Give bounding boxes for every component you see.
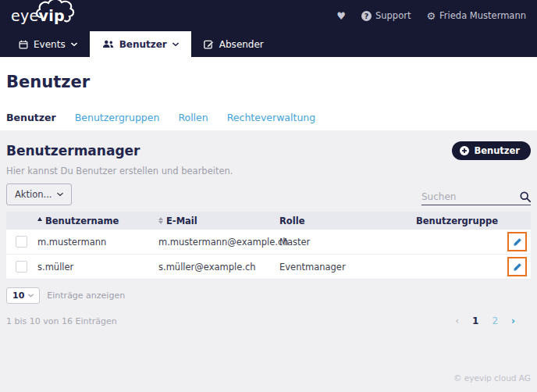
page-size-select[interactable]: 10 bbox=[6, 287, 40, 304]
top-bar-right: ♥ ? Support ⚙ Frieda Mustermann bbox=[336, 10, 526, 22]
search-box bbox=[421, 191, 531, 205]
sort-ascending-icon bbox=[37, 217, 42, 221]
nav-item-absender[interactable]: Absender bbox=[191, 31, 276, 57]
cell-role: Eventmanager bbox=[279, 262, 416, 273]
action-dropdown-label: Aktion... bbox=[15, 189, 52, 200]
action-dropdown-button[interactable]: Aktion... bbox=[6, 184, 72, 205]
chevron-down-icon bbox=[28, 294, 34, 298]
entries-info: 1 bis 10 von 16 Einträgen bbox=[6, 316, 117, 326]
table-controls: Aktion... bbox=[6, 184, 531, 205]
table-header-row: Benutzername E-Mail Rolle Benutzergruppe bbox=[6, 212, 531, 230]
page-header: Benutzer Benutzer Benutzergruppen Rollen… bbox=[0, 57, 537, 130]
page-size-row: 10 Einträge anzeigen bbox=[6, 287, 531, 304]
page-title: Benutzer bbox=[6, 73, 531, 91]
panel-subtitle: Hier kannst Du Benutzer erstellen und be… bbox=[6, 166, 531, 176]
pagination-page-1[interactable]: 1 bbox=[472, 315, 478, 326]
nav-item-label: Benutzer bbox=[119, 39, 167, 50]
pencil-icon bbox=[513, 237, 522, 247]
column-label: Rolle bbox=[279, 216, 304, 226]
pencil-icon bbox=[513, 262, 522, 272]
page-size-label: Einträge anzeigen bbox=[47, 290, 125, 301]
table-row: s.müller s.müller@example.ch Eventmanage… bbox=[6, 255, 531, 280]
favorites-button[interactable]: ♥ bbox=[336, 10, 346, 22]
pagination-prev[interactable]: ‹ bbox=[455, 315, 459, 326]
calendar-icon bbox=[19, 40, 28, 49]
chevron-down-icon bbox=[172, 42, 179, 47]
nav-item-benutzer[interactable]: Benutzer bbox=[90, 31, 191, 57]
tab-rollen[interactable]: Rollen bbox=[178, 112, 208, 123]
nav-item-events[interactable]: Events bbox=[6, 31, 90, 57]
sort-icon bbox=[158, 217, 163, 225]
plus-circle-icon bbox=[460, 146, 469, 155]
gear-icon: ⚙ bbox=[426, 10, 436, 22]
cell-role: Master bbox=[279, 237, 416, 248]
column-label: E-Mail bbox=[166, 216, 197, 226]
panel-head: Benutzermanager Benutzer bbox=[6, 141, 531, 160]
tab-benutzer[interactable]: Benutzer bbox=[6, 112, 56, 123]
column-header-rolle[interactable]: Rolle bbox=[279, 216, 416, 226]
pagination-page-2[interactable]: 2 bbox=[492, 315, 498, 326]
table-row: m.mustermann m.mustermann@example.ch Mas… bbox=[6, 230, 531, 255]
user-name: Frieda Mustermann bbox=[439, 10, 526, 21]
column-header-benutzername[interactable]: Benutzername bbox=[37, 216, 158, 226]
copyright-footer: © eyevip cloud AG bbox=[6, 373, 531, 392]
row-checkbox[interactable] bbox=[16, 236, 27, 248]
heart-icon: ♥ bbox=[336, 10, 346, 22]
table-footer-row: 1 bis 10 von 16 Einträgen ‹ 1 2 › bbox=[6, 315, 531, 326]
logo-text-vip: vip bbox=[39, 7, 65, 24]
search-icon[interactable] bbox=[520, 191, 531, 202]
tab-benutzergruppen[interactable]: Benutzergruppen bbox=[75, 112, 160, 123]
add-user-label: Benutzer bbox=[474, 145, 520, 156]
edit-user-button[interactable] bbox=[507, 232, 527, 251]
pagination-next[interactable]: › bbox=[511, 315, 515, 326]
search-input[interactable] bbox=[421, 191, 509, 202]
tab-rechteverwaltung[interactable]: Rechteverwaltung bbox=[227, 112, 315, 123]
page-size-value: 10 bbox=[12, 290, 24, 301]
panel-title: Benutzermanager bbox=[6, 143, 140, 159]
logo-text-eye: eye bbox=[11, 7, 39, 24]
nav-item-label: Events bbox=[34, 39, 66, 50]
chevron-down-icon bbox=[71, 42, 77, 47]
user-menu[interactable]: ⚙ Frieda Mustermann bbox=[426, 10, 526, 22]
support-label: Support bbox=[375, 10, 411, 21]
cell-username: m.mustermann bbox=[37, 237, 158, 248]
cell-email: m.mustermann@example.ch bbox=[158, 237, 279, 248]
edit-square-icon bbox=[204, 39, 214, 49]
question-circle-icon: ? bbox=[361, 11, 372, 21]
column-header-email[interactable]: E-Mail bbox=[158, 216, 279, 226]
support-link[interactable]: ? Support bbox=[361, 10, 411, 21]
chevron-down-icon bbox=[57, 192, 63, 197]
eyevip-logo[interactable]: eyevip bbox=[11, 0, 65, 31]
users-icon bbox=[102, 40, 114, 48]
edit-user-button[interactable] bbox=[507, 257, 527, 276]
add-user-button[interactable]: Benutzer bbox=[452, 141, 531, 160]
top-bar: eyevip ♥ ? Support ⚙ Frieda Mustermann bbox=[0, 0, 537, 31]
pagination: ‹ 1 2 › bbox=[455, 315, 531, 326]
app-window: eyevip ♥ ? Support ⚙ Frieda Mustermann E… bbox=[0, 0, 537, 392]
nav-item-label: Absender bbox=[219, 39, 264, 50]
row-checkbox[interactable] bbox=[16, 261, 27, 273]
cell-email: s.müller@example.ch bbox=[158, 262, 279, 273]
column-header-benutzergruppe[interactable]: Benutzergruppe bbox=[416, 216, 498, 226]
sub-tabs: Benutzer Benutzergruppen Rollen Rechteve… bbox=[6, 112, 531, 130]
users-table: Benutzername E-Mail Rolle Benutzergruppe… bbox=[6, 212, 531, 280]
cell-username: s.müller bbox=[37, 262, 158, 273]
content-area: Benutzermanager Benutzer Hier kannst Du … bbox=[0, 130, 537, 392]
main-nav: Events Benutzer Absender bbox=[0, 31, 537, 57]
column-label: Benutzername bbox=[45, 216, 119, 226]
column-label: Benutzergruppe bbox=[416, 216, 498, 226]
